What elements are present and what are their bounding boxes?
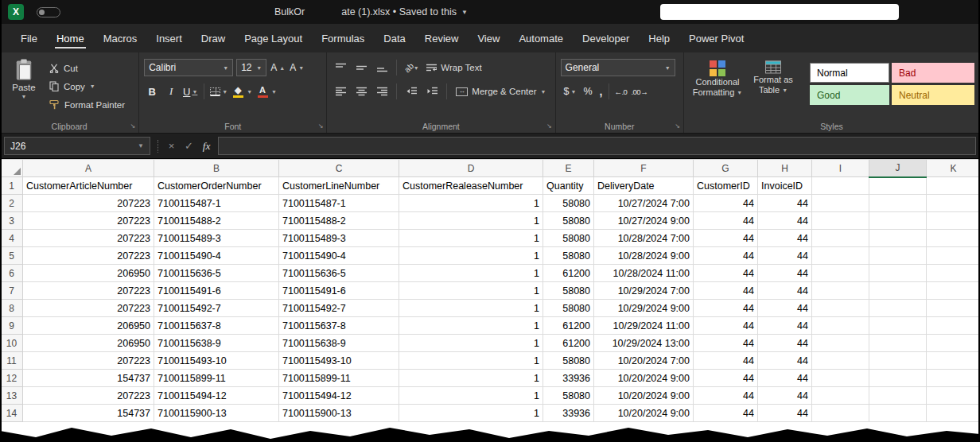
cell-B2[interactable]: 7100115487-1 — [154, 195, 279, 212]
tab-review[interactable]: Review — [415, 24, 469, 52]
cell-G10[interactable]: 44 — [694, 335, 758, 352]
cell-D7[interactable]: 1 — [399, 282, 543, 300]
cell-J6[interactable] — [869, 265, 927, 282]
cell-H11[interactable]: 44 — [758, 352, 812, 370]
cell-G12[interactable]: 44 — [694, 370, 758, 387]
cell-F13[interactable]: 10/20/2024 9:00 — [594, 387, 694, 405]
cell-F5[interactable]: 10/28/2024 9:00 — [594, 247, 694, 265]
cell-F3[interactable]: 10/27/2024 9:00 — [594, 212, 694, 230]
cell-style-normal[interactable]: Normal — [810, 63, 889, 83]
row-header-6[interactable]: 6 — [1, 265, 23, 282]
cell-E9[interactable]: 61200 — [543, 317, 594, 335]
cell-F6[interactable]: 10/28/2024 11:00 — [594, 265, 694, 282]
row-header-14[interactable]: 14 — [1, 405, 23, 422]
accounting-format-button[interactable]: $▼ — [561, 83, 580, 99]
cell-J2[interactable] — [869, 195, 927, 212]
cell-B6[interactable]: 7100115636-5 — [154, 265, 279, 282]
cell-I6[interactable] — [812, 265, 869, 282]
cell-C13[interactable]: 7100115494-12 — [279, 387, 399, 405]
cell-C4[interactable]: 7100115489-3 — [279, 230, 399, 247]
cell-E13[interactable]: 58080 — [543, 387, 594, 405]
cell-H2[interactable]: 44 — [758, 195, 812, 212]
cell-G9[interactable]: 44 — [694, 317, 758, 335]
column-header-K[interactable]: K — [927, 160, 980, 177]
cell-style-neutral[interactable]: Neutral — [892, 85, 974, 105]
cell-K14[interactable] — [927, 405, 980, 422]
format-painter-button[interactable]: Format Painter — [49, 97, 125, 112]
cell-K7[interactable] — [927, 282, 980, 300]
title-dropdown-chevron-icon[interactable]: ▼ — [461, 9, 468, 16]
increase-indent-button[interactable] — [423, 83, 441, 99]
cell-A14[interactable]: 154737 — [23, 405, 154, 422]
cell-B7[interactable]: 7100115491-6 — [154, 282, 279, 300]
cell-H3[interactable]: 44 — [758, 212, 812, 230]
cell-D9[interactable]: 1 — [399, 317, 543, 335]
cell-B12[interactable]: 7100115899-11 — [154, 370, 279, 387]
cell-J11[interactable] — [869, 352, 927, 370]
cell-H13[interactable]: 44 — [758, 387, 812, 405]
cell-K12[interactable] — [927, 370, 980, 387]
cell-C5[interactable]: 7100115490-4 — [279, 247, 399, 265]
row-header-12[interactable]: 12 — [1, 370, 23, 387]
cell-H4[interactable]: 44 — [758, 230, 812, 247]
cell-D4[interactable]: 1 — [399, 230, 543, 247]
cell-A6[interactable]: 206950 — [23, 265, 154, 282]
cell-E8[interactable]: 58080 — [543, 300, 594, 317]
cell-G13[interactable]: 44 — [694, 387, 758, 405]
tab-macros[interactable]: Macros — [94, 24, 147, 52]
cell-F9[interactable]: 10/29/2024 11:00 — [594, 317, 694, 335]
autosave-toggle[interactable] — [37, 7, 60, 17]
tab-automate[interactable]: Automate — [509, 24, 573, 52]
cell-J3[interactable] — [869, 212, 927, 230]
excel-app-icon[interactable]: X — [8, 4, 24, 20]
enter-icon[interactable]: ✓ — [183, 140, 195, 152]
cell-I4[interactable] — [812, 230, 869, 247]
paste-button[interactable]: Paste ▼ — [5, 57, 43, 99]
cell-A12[interactable]: 154737 — [23, 370, 154, 387]
cell-F8[interactable]: 10/29/2024 9:00 — [594, 300, 694, 317]
cell-G7[interactable]: 44 — [694, 282, 758, 300]
insert-function-icon[interactable]: fx — [200, 140, 212, 153]
cell-B9[interactable]: 7100115637-8 — [154, 317, 279, 335]
borders-button[interactable]: ▼ — [210, 83, 228, 99]
cell-H8[interactable]: 44 — [758, 300, 812, 317]
row-header-4[interactable]: 4 — [1, 230, 23, 247]
cell-I14[interactable] — [812, 405, 869, 422]
cell-E1[interactable]: Quantity — [543, 177, 594, 195]
cell-E11[interactable]: 58080 — [543, 352, 594, 370]
cell-F11[interactable]: 10/20/2024 7:00 — [594, 352, 694, 370]
cell-G8[interactable]: 44 — [694, 300, 758, 317]
cell-E3[interactable]: 58080 — [543, 212, 594, 230]
cell-J14[interactable] — [869, 405, 927, 422]
cell-K11[interactable] — [927, 352, 980, 370]
cell-B11[interactable]: 7100115493-10 — [154, 352, 279, 370]
cell-D1[interactable]: CustomerRealeaseNumber — [399, 177, 543, 195]
decrease-indent-button[interactable] — [402, 83, 420, 99]
merge-center-button[interactable]: ↔ Merge & Center ▼ — [456, 83, 546, 99]
cell-D13[interactable]: 1 — [399, 387, 543, 405]
column-header-J[interactable]: J — [869, 160, 927, 177]
italic-button[interactable]: I — [163, 83, 179, 99]
cell-G14[interactable]: 44 — [694, 405, 758, 422]
cell-D11[interactable]: 1 — [399, 352, 543, 370]
cell-E10[interactable]: 61200 — [543, 335, 594, 352]
bottom-align-button[interactable] — [373, 60, 391, 76]
cell-E14[interactable]: 33936 — [543, 405, 594, 422]
fill-color-button[interactable]: ◆ ▼ — [231, 83, 252, 99]
cell-C1[interactable]: CustomerLineNumber — [279, 177, 399, 195]
cell-J12[interactable] — [869, 370, 927, 387]
cell-D3[interactable]: 1 — [399, 212, 543, 230]
cancel-icon[interactable]: × — [165, 140, 177, 152]
bold-button[interactable]: B — [144, 83, 160, 99]
percent-style-button[interactable]: % — [580, 83, 595, 99]
conditional-formatting-button[interactable]: Conditional Formatting▼ — [692, 57, 743, 97]
cell-K1[interactable] — [927, 177, 980, 195]
cell-I1[interactable] — [812, 177, 869, 195]
cell-K6[interactable] — [927, 265, 980, 282]
cell-H10[interactable]: 44 — [758, 335, 812, 352]
cell-A10[interactable]: 206950 — [23, 335, 154, 352]
number-format-select[interactable]: General ▼ — [561, 59, 675, 76]
cell-D12[interactable]: 1 — [399, 370, 543, 387]
cell-D2[interactable]: 1 — [399, 195, 543, 212]
row-header-11[interactable]: 11 — [1, 352, 23, 370]
